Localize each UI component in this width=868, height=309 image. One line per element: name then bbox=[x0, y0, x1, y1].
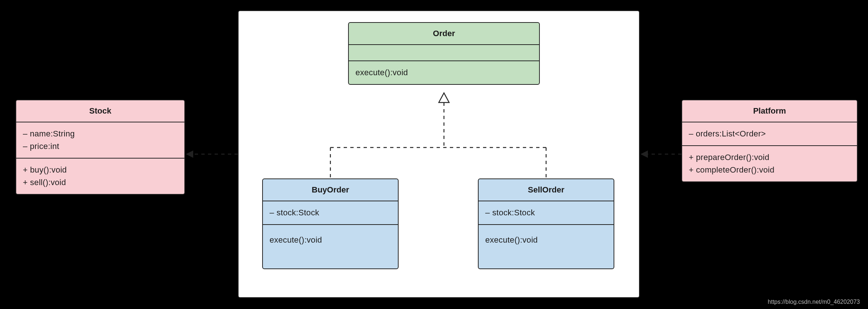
watermark-text: https://blog.csdn.net/m0_46202073 bbox=[768, 299, 860, 305]
class-stock-title: Stock bbox=[16, 100, 184, 122]
class-order-title: Order bbox=[349, 23, 539, 45]
class-sellorder-title: SellOrder bbox=[479, 179, 614, 201]
class-platform: Platform – orders:List<Order> + prepareO… bbox=[681, 100, 858, 182]
attr-row: – stock:Stock bbox=[485, 206, 607, 219]
class-buyorder: BuyOrder – stock:Stock execute():void bbox=[262, 178, 399, 269]
class-order-methods: execute():void bbox=[349, 61, 539, 84]
arrowhead-left-icon bbox=[186, 150, 193, 158]
class-order-attrs bbox=[349, 45, 539, 61]
method-row: execute():void bbox=[355, 66, 532, 79]
method-row: execute():void bbox=[270, 234, 391, 246]
class-buyorder-methods: execute():void bbox=[263, 225, 398, 268]
arrowhead-right-icon bbox=[640, 150, 648, 158]
class-stock-methods: + buy():void + sell():void bbox=[16, 159, 184, 194]
method-row: + prepareOrder():void bbox=[689, 151, 850, 164]
class-platform-title: Platform bbox=[682, 100, 857, 122]
method-row: execute():void bbox=[485, 234, 607, 246]
class-sellorder: SellOrder – stock:Stock execute():void bbox=[478, 178, 614, 269]
attr-row: – price:int bbox=[23, 140, 178, 153]
class-platform-methods: + prepareOrder():void + completeOrder():… bbox=[682, 146, 857, 181]
class-sellorder-attrs: – stock:Stock bbox=[479, 201, 614, 225]
method-row: + completeOrder():void bbox=[689, 164, 850, 176]
class-stock: Stock – name:String – price:int + buy():… bbox=[15, 100, 185, 195]
class-order: Order execute():void bbox=[348, 22, 540, 85]
class-buyorder-title: BuyOrder bbox=[263, 179, 398, 201]
attr-row: – name:String bbox=[23, 128, 178, 140]
class-buyorder-attrs: – stock:Stock bbox=[263, 201, 398, 225]
class-sellorder-methods: execute():void bbox=[479, 225, 614, 268]
attr-row: – orders:List<Order> bbox=[689, 128, 850, 140]
class-platform-attrs: – orders:List<Order> bbox=[682, 122, 857, 146]
method-row: + buy():void bbox=[23, 164, 178, 176]
class-stock-attrs: – name:String – price:int bbox=[16, 122, 184, 159]
method-row: + sell():void bbox=[23, 176, 178, 189]
attr-row: – stock:Stock bbox=[270, 206, 391, 219]
